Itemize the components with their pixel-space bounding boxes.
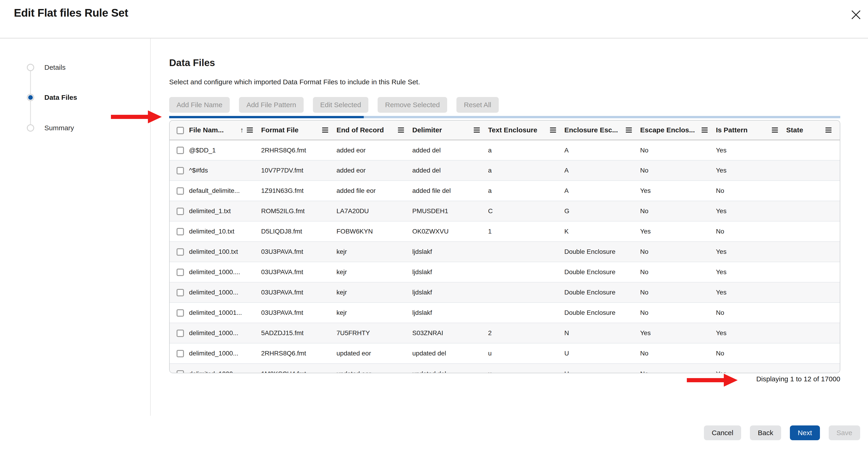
- cell-end-of-record: kejr: [337, 302, 412, 323]
- add-file-pattern-button[interactable]: Add File Pattern: [239, 97, 304, 113]
- step-data-files[interactable]: Data Files: [27, 93, 77, 102]
- cell-enclosure-escape: Double Enclosure: [564, 282, 640, 302]
- edit-selected-button[interactable]: Edit Selected: [313, 97, 369, 113]
- edit-rule-set-dialog: Edit Flat files Rule Set Details Data Fi…: [0, 0, 868, 449]
- row-checkbox[interactable]: [177, 350, 184, 357]
- table-row: delimited_1000....03U3PAVA.fmtkejrljdsla…: [169, 262, 840, 282]
- column-menu-icon[interactable]: [247, 128, 253, 133]
- table-row: delimited_10001...03U3PAVA.fmtkejrljdsla…: [169, 302, 840, 323]
- cell-escape-enclosure: No: [640, 282, 716, 302]
- cell-end-of-record: added eor: [337, 160, 412, 181]
- column-header-state[interactable]: State: [786, 121, 840, 140]
- column-header-delimiter[interactable]: Delimiter: [412, 121, 488, 140]
- cell-escape-enclosure: No: [640, 201, 716, 221]
- cell-enclosure-escape: U: [564, 363, 640, 373]
- column-menu-icon[interactable]: [702, 128, 708, 133]
- cell-file-name: delimited_10.txt: [189, 221, 261, 242]
- close-button[interactable]: [849, 8, 863, 21]
- column-header-is-pattern[interactable]: Is Pattern: [716, 121, 786, 140]
- annotation-arrow-loading-bar: [111, 110, 162, 123]
- cell-file-name: delimited_100.txt: [189, 242, 261, 262]
- cell-state: [786, 302, 840, 323]
- row-checkbox[interactable]: [177, 370, 184, 373]
- cell-is-pattern: Yes: [716, 201, 786, 221]
- cell-file-name: delimited_1000...: [189, 282, 261, 302]
- cell-format-file: 2RHRS8Q6.fmt: [261, 140, 337, 160]
- cell-file-name: delimited_1000...: [189, 363, 261, 373]
- cell-delimiter: S03ZNRAI: [412, 323, 488, 343]
- cell-state: [786, 323, 840, 343]
- cell-state: [786, 181, 840, 201]
- column-header-text-enclosure[interactable]: Text Enclosure: [488, 121, 564, 140]
- cell-text-enclosure: u: [488, 343, 564, 363]
- cell-state: [786, 201, 840, 221]
- back-button[interactable]: Back: [750, 425, 781, 440]
- row-checkbox[interactable]: [177, 289, 184, 296]
- cell-text-enclosure: [488, 242, 564, 262]
- column-menu-icon[interactable]: [772, 128, 778, 133]
- cell-file-name: delimited_1000....: [189, 262, 261, 282]
- save-button[interactable]: Save: [829, 425, 860, 440]
- cell-delimiter: ljdslakf: [412, 282, 488, 302]
- cell-format-file: 5ADZDJ15.fmt: [261, 323, 337, 343]
- cell-end-of-record: kejr: [337, 242, 412, 262]
- table-row: delimited_1.txtROM52ILG.fmtLA7A20DUPMUSD…: [169, 201, 840, 221]
- cell-is-pattern: Yes: [716, 262, 786, 282]
- cell-is-pattern: Yes: [716, 363, 786, 373]
- next-button[interactable]: Next: [790, 425, 820, 440]
- cell-escape-enclosure: Yes: [640, 181, 716, 201]
- cell-state: [786, 343, 840, 363]
- row-checkbox[interactable]: [177, 268, 184, 276]
- row-checkbox[interactable]: [177, 329, 184, 337]
- row-checkbox[interactable]: [177, 147, 184, 154]
- step-summary[interactable]: Summary: [27, 123, 74, 133]
- cell-is-pattern: Yes: [716, 242, 786, 262]
- table-row: delimited_1000...03U3PAVA.fmtkejrljdslak…: [169, 282, 840, 302]
- column-menu-icon[interactable]: [826, 128, 832, 133]
- step-details[interactable]: Details: [27, 63, 66, 72]
- cell-is-pattern: Yes: [716, 282, 786, 302]
- row-checkbox[interactable]: [177, 207, 184, 215]
- cell-escape-enclosure: No: [640, 302, 716, 323]
- row-checkbox[interactable]: [177, 187, 184, 195]
- cell-format-file: 1Z91N63G.fmt: [261, 181, 337, 201]
- column-header-format-file[interactable]: Format File: [261, 121, 337, 140]
- cell-state: [786, 282, 840, 302]
- cell-delimiter: updated del: [412, 343, 488, 363]
- cell-escape-enclosure: No: [640, 140, 716, 160]
- column-menu-icon[interactable]: [550, 128, 556, 133]
- column-header-file-name[interactable]: File Nam... ↑: [189, 121, 261, 140]
- reset-all-button[interactable]: Reset All: [457, 97, 498, 113]
- cell-is-pattern: No: [716, 221, 786, 242]
- row-checkbox[interactable]: [177, 309, 184, 317]
- column-menu-icon[interactable]: [626, 128, 632, 133]
- cell-text-enclosure: 1: [488, 221, 564, 242]
- remove-selected-button[interactable]: Remove Selected: [378, 97, 447, 113]
- cell-end-of-record: added file eor: [337, 181, 412, 201]
- add-file-name-button[interactable]: Add File Name: [169, 97, 230, 113]
- column-header-end-of-record[interactable]: End of Record: [337, 121, 412, 140]
- column-header-escape-enclosure[interactable]: Escape Enclos...: [640, 121, 716, 140]
- page-description: Select and configure which imported Data…: [169, 78, 420, 86]
- row-checkbox[interactable]: [177, 248, 184, 256]
- pagination-status: Displaying 1 to 12 of 17000: [169, 375, 840, 383]
- column-menu-icon[interactable]: [398, 128, 404, 133]
- column-menu-icon[interactable]: [322, 128, 328, 133]
- cell-escape-enclosure: No: [640, 343, 716, 363]
- select-all-checkbox[interactable]: [177, 127, 184, 134]
- cell-format-file: 2RHRS8Q6.fmt: [261, 343, 337, 363]
- dialog-footer: Cancel Back Next Save: [704, 425, 860, 440]
- cell-end-of-record: 7U5FRHTY: [337, 323, 412, 343]
- column-menu-icon[interactable]: [474, 128, 480, 133]
- row-checkbox[interactable]: [177, 228, 184, 235]
- column-header-enclosure-escape[interactable]: Enclosure Esc...: [564, 121, 640, 140]
- table-row: delimited_10.txtD5LIQDJ8.fmtFOBW6KYNOK0Z…: [169, 221, 840, 242]
- cell-escape-enclosure: No: [640, 160, 716, 181]
- cancel-button[interactable]: Cancel: [704, 425, 741, 440]
- cell-state: [786, 262, 840, 282]
- table-row: delimited_1000...2RHRS8Q6.fmtupdated eor…: [169, 343, 840, 363]
- row-checkbox[interactable]: [177, 167, 184, 174]
- table-row: default_delimite...1Z91N63G.fmtadded fil…: [169, 181, 840, 201]
- table-header-row: File Nam... ↑ Format File End of Record …: [169, 121, 840, 140]
- table-row: delimited_1000...5ADZDJ15.fmt7U5FRHTYS03…: [169, 323, 840, 343]
